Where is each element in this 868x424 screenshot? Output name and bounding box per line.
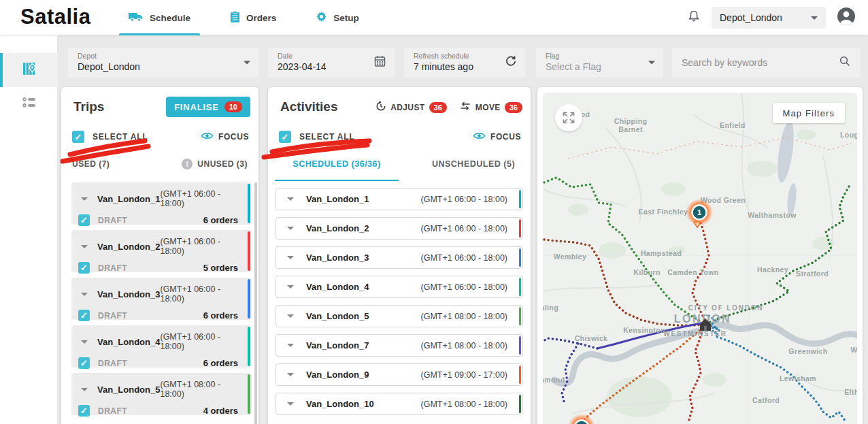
- expand-caret-icon[interactable]: [81, 245, 88, 248]
- search-input[interactable]: [682, 57, 839, 68]
- tab-schedule[interactable]: Schedule: [119, 0, 200, 35]
- tab-used[interactable]: USED (7): [72, 159, 110, 169]
- expand-caret-icon[interactable]: [287, 285, 294, 289]
- move-swap-icon: [459, 101, 471, 113]
- trip-checkbox[interactable]: ✓: [78, 405, 90, 417]
- trip-orders-count: 6 orders: [203, 215, 238, 225]
- depot-selector[interactable]: Depot_London: [712, 7, 826, 29]
- refresh-icon[interactable]: [505, 55, 517, 70]
- calendar-icon[interactable]: [373, 55, 386, 71]
- activity-van-name: Van_London_3: [306, 252, 369, 263]
- activity-color-bar: [519, 395, 522, 413]
- refresh-schedule-label: Refresh schedule: [414, 52, 516, 60]
- sidebar-item-stops-list[interactable]: [0, 87, 58, 121]
- activity-row[interactable]: Van_London_1(GMT+1 06:00 - 18:00): [276, 188, 523, 210]
- navbar-right: Depot_London: [687, 0, 856, 35]
- expand-caret-icon[interactable]: [287, 197, 294, 201]
- activities-tabs: SCHEDULED (36/36) UNSCHEDULED (5): [275, 155, 524, 181]
- map-place-label: Chipping: [614, 117, 648, 125]
- trips-panel: Trips FINALISE 10 ✓ SELECT ALL FOCUS USE…: [61, 87, 258, 424]
- adjust-history-icon: [375, 101, 386, 114]
- map-expand-button[interactable]: [555, 104, 582, 131]
- expand-caret-icon[interactable]: [287, 402, 294, 406]
- trip-card[interactable]: Van_London_4(GMT+1 06:00 - 18:00)✓DRAFT6…: [71, 325, 252, 368]
- map-place-label: Chiswick: [575, 334, 608, 342]
- expand-caret-icon[interactable]: [81, 197, 88, 201]
- trip-checkbox[interactable]: ✓: [78, 214, 90, 226]
- activity-row[interactable]: Van_London_10(GMT+1 08:00 - 18:00): [276, 393, 523, 415]
- depot-filter[interactable]: Depot Depot_London: [68, 48, 258, 78]
- map-place-label: Camden Town: [667, 268, 718, 276]
- date-filter-value: 2023-04-14: [278, 61, 385, 72]
- tab-unused[interactable]: ! UNUSED (3): [182, 159, 248, 169]
- map-place-label: Lought: [840, 131, 857, 139]
- flag-filter[interactable]: Flag Select a Flag: [536, 48, 663, 78]
- activity-row[interactable]: Van_London_2(GMT+1 06:00 - 18:00): [276, 217, 523, 240]
- adjust-button[interactable]: ADJUST 36: [375, 101, 447, 114]
- move-button[interactable]: MOVE 36: [459, 101, 522, 113]
- expand-caret-icon[interactable]: [287, 373, 294, 376]
- expand-caret-icon[interactable]: [287, 256, 294, 259]
- trips-focus-button[interactable]: FOCUS: [201, 131, 249, 142]
- map-canvas[interactable]: mwoodChippingBarnetEnfieldLoughtWood Gre…: [543, 93, 857, 424]
- tab-unscheduled[interactable]: UNSCHEDULED (5): [419, 159, 528, 169]
- top-navbar: Satalia Schedule Orders Setup: [0, 0, 868, 35]
- activities-focus-button[interactable]: FOCUS: [473, 131, 521, 142]
- activity-row[interactable]: Van_London_3(GMT+1 06:00 - 18:00): [276, 246, 523, 269]
- activity-van-name: Van_London_2: [306, 223, 369, 233]
- trip-card[interactable]: Van_London_1(GMT+1 06:00 - 18:00)✓DRAFT6…: [71, 182, 252, 225]
- activities-actions: ADJUST 36 MOVE 36: [375, 101, 522, 114]
- adjust-label: ADJUST: [390, 103, 424, 112]
- activity-van-name: Van_London_9: [306, 370, 369, 380]
- trip-card[interactable]: Van_London_2(GMT+1 06:00 - 18:00)✓DRAFT5…: [71, 230, 252, 272]
- clipboard-icon: [230, 11, 240, 25]
- activity-color-bar: [519, 336, 522, 355]
- activities-select-all-checkbox[interactable]: ✓: [279, 131, 291, 143]
- expand-caret-icon[interactable]: [81, 293, 88, 296]
- expand-caret-icon[interactable]: [81, 340, 88, 344]
- activities-row-list: Van_London_1(GMT+1 06:00 - 18:00)Van_Lon…: [276, 188, 523, 424]
- eye-icon: [473, 131, 486, 142]
- used-tab-label: USED (7): [72, 159, 110, 169]
- finalise-button[interactable]: FINALISE 10: [166, 97, 250, 117]
- activity-row[interactable]: Van_London_5(GMT+1 08:00 - 18:00): [276, 305, 523, 327]
- activity-row[interactable]: Van_London_4(GMT+1 06:00 - 18:00): [276, 276, 523, 298]
- tab-scheduled[interactable]: SCHEDULED (36/36): [275, 159, 399, 169]
- activity-color-bar: [519, 219, 522, 238]
- expand-caret-icon[interactable]: [287, 314, 294, 318]
- trip-name: Van_London_1: [97, 194, 160, 204]
- expand-caret-icon[interactable]: [287, 344, 294, 347]
- activity-color-bar: [519, 278, 522, 296]
- map-stop-marker[interactable]: 1: [686, 199, 713, 226]
- expand-caret-icon[interactable]: [81, 388, 88, 391]
- map-filters-button[interactable]: Map Filters: [773, 103, 845, 123]
- move-label: MOVE: [475, 103, 501, 112]
- expand-caret-icon[interactable]: [287, 227, 294, 230]
- trip-card[interactable]: Van_London_5(GMT+1 08:00 - 18:00)✓DRAFT4…: [71, 373, 252, 415]
- trip-checkbox[interactable]: ✓: [78, 357, 90, 369]
- activity-van-name: Van_London_4: [306, 282, 369, 292]
- activity-van-name: Van_London_5: [306, 311, 369, 321]
- trip-name: Van_London_2: [97, 242, 160, 252]
- trips-scrollbar[interactable]: [254, 182, 257, 424]
- activity-row[interactable]: Van_London_9(GMT+1 09:00 - 17:00): [276, 363, 523, 386]
- trip-checkbox[interactable]: ✓: [78, 310, 90, 321]
- tab-orders[interactable]: Orders: [220, 0, 286, 35]
- trip-checkbox[interactable]: ✓: [78, 262, 90, 274]
- notification-bell-icon[interactable]: [687, 10, 701, 26]
- sidebar-item-map-view[interactable]: [0, 53, 58, 87]
- trip-status-badge: DRAFT: [98, 359, 127, 368]
- flag-filter-label: Flag: [546, 52, 654, 60]
- trip-status-badge: DRAFT: [98, 311, 127, 321]
- trip-name: Van_London_5: [97, 385, 160, 395]
- trips-select-all-checkbox[interactable]: ✓: [72, 131, 84, 143]
- refresh-schedule[interactable]: Refresh schedule 7 minutes ago: [404, 48, 525, 78]
- search-icon[interactable]: [839, 55, 851, 70]
- map-place-label: Wembley: [554, 252, 587, 261]
- avatar[interactable]: [837, 7, 856, 29]
- activity-row[interactable]: Van_London_7(GMT+1 08:00 - 18:00): [276, 334, 523, 357]
- date-filter[interactable]: Date 2023-04-14: [268, 48, 395, 78]
- trip-time-window: (GMT+1 06:00 - 18:00): [160, 284, 238, 304]
- trip-card[interactable]: Van_London_3(GMT+1 06:00 - 18:00)✓DRAFT6…: [71, 278, 252, 320]
- tab-setup[interactable]: Setup: [306, 0, 369, 35]
